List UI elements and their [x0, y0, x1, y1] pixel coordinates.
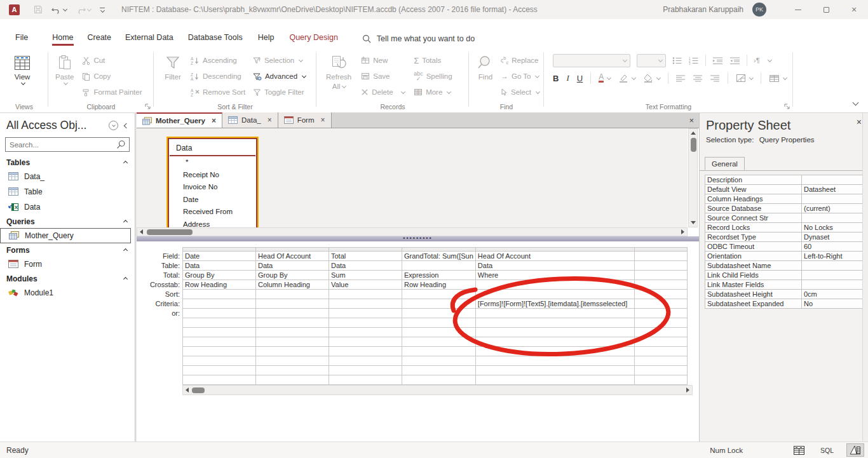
align-right-icon[interactable]: [710, 75, 720, 82]
grid-cell[interactable]: [475, 309, 634, 318]
grid-cell[interactable]: [634, 271, 687, 280]
search-input[interactable]: [6, 141, 116, 149]
alternate-row-chevron[interactable]: [783, 75, 787, 79]
grid-cell[interactable]: [634, 328, 687, 337]
maximize-button[interactable]: [812, 0, 840, 19]
save-record-button[interactable]: Save: [361, 71, 414, 82]
property-value[interactable]: No: [802, 299, 864, 309]
tab-query-design[interactable]: Query Design: [289, 27, 337, 50]
italic-button[interactable]: I: [566, 73, 569, 83]
grid-cell[interactable]: [256, 366, 329, 375]
grid-cell[interactable]: [402, 366, 476, 375]
grid-cell[interactable]: [256, 328, 329, 337]
minimize-button[interactable]: [784, 0, 812, 19]
grid-cell[interactable]: Expression: [402, 271, 476, 280]
highlight-color-chevron[interactable]: [632, 75, 636, 79]
close-active-object-button[interactable]: ×: [689, 116, 694, 125]
grid-cell[interactable]: [634, 299, 687, 309]
grid-cell[interactable]: [329, 328, 402, 337]
remove-sort-button[interactable]: AZ Remove Sort: [191, 86, 253, 98]
grid-cell[interactable]: [475, 337, 634, 347]
upper-pane-vscrollbar[interactable]: [688, 128, 698, 227]
grid-cell[interactable]: Date: [183, 252, 256, 261]
scroll-right-arrow[interactable]: [681, 229, 684, 234]
grid-cell[interactable]: [329, 356, 402, 366]
grid-cell[interactable]: [256, 290, 329, 299]
property-value[interactable]: Dynaset: [802, 232, 864, 242]
gridlines-chevron[interactable]: [749, 75, 754, 79]
more-dropdown-chevron[interactable]: [447, 89, 451, 93]
grid-cell[interactable]: [183, 347, 256, 356]
grid-cell[interactable]: [475, 290, 634, 299]
grid-cell[interactable]: [402, 356, 476, 366]
grid-cell[interactable]: [634, 318, 687, 328]
field-list-item[interactable]: Invoice No: [169, 181, 256, 194]
advanced-dropdown-chevron[interactable]: [302, 73, 306, 77]
text-formatting-dialog-launcher[interactable]: [784, 104, 790, 110]
ascending-button[interactable]: AZ Ascending: [191, 55, 253, 66]
collapse-section-icon[interactable]: [123, 248, 128, 252]
doc-tab-form[interactable]: Form ×: [278, 112, 332, 128]
background-color-chevron[interactable]: [656, 75, 661, 79]
font-color-chevron[interactable]: [607, 75, 611, 79]
vscroll-thumb[interactable]: [691, 138, 696, 152]
user-name[interactable]: Prabhakaran Karuppaih: [663, 5, 743, 14]
field-list-item[interactable]: Receipt No: [169, 169, 256, 182]
doc-tab-mother-query[interactable]: Mother_Query ×: [137, 112, 222, 128]
grid-cell[interactable]: [475, 318, 634, 328]
highlight-color-icon[interactable]: [618, 74, 628, 83]
grid-cell[interactable]: [475, 356, 634, 366]
grid-cell[interactable]: [183, 318, 256, 328]
grid-cell[interactable]: [183, 337, 256, 347]
close-tab-icon[interactable]: ×: [268, 116, 272, 125]
grid-cell[interactable]: Data: [256, 261, 329, 271]
grid-cell[interactable]: [402, 318, 476, 328]
property-value[interactable]: [802, 194, 864, 204]
property-value[interactable]: Datasheet: [802, 185, 864, 194]
nav-item-data-linked[interactable]: X Data: [0, 199, 135, 215]
font-size-combo[interactable]: [637, 54, 666, 67]
increase-indent-icon[interactable]: [729, 57, 740, 65]
grid-cell[interactable]: [329, 366, 402, 375]
grid-cell[interactable]: Group By: [256, 271, 329, 280]
select-button[interactable]: Select: [501, 86, 539, 98]
bold-button[interactable]: B: [553, 74, 559, 83]
property-sheet-close-icon[interactable]: ×: [857, 117, 862, 127]
toggle-filter-button[interactable]: Toggle Filter: [253, 86, 314, 98]
close-button[interactable]: ×: [840, 0, 868, 19]
grid-cell[interactable]: Row Heading: [402, 280, 476, 290]
clipboard-dialog-launcher[interactable]: [145, 104, 151, 110]
copy-button[interactable]: Copy: [82, 71, 142, 82]
paragraph-marks-icon[interactable]: ›¶: [754, 57, 760, 64]
bullets-icon[interactable]: [672, 57, 682, 65]
collapse-section-icon[interactable]: [123, 160, 128, 165]
grid-cell[interactable]: Data: [475, 261, 634, 271]
grid-cell[interactable]: [329, 299, 402, 309]
paste-button[interactable]: Paste: [51, 53, 78, 86]
grid-cell[interactable]: Value: [329, 280, 402, 290]
redo-button[interactable]: [76, 6, 91, 14]
grid-cell[interactable]: [402, 375, 476, 385]
grid-cell[interactable]: GrandTotal: Sum([Sun: [402, 252, 476, 261]
grid-cell[interactable]: [402, 299, 476, 309]
font-color-button[interactable]: A: [599, 74, 604, 83]
format-painter-button[interactable]: Format Painter: [82, 86, 142, 98]
paste-dropdown-chevron[interactable]: [64, 81, 68, 85]
property-value[interactable]: 0cm: [802, 290, 864, 299]
grid-cell[interactable]: [329, 347, 402, 356]
property-sheet-scrollbar[interactable]: [862, 113, 868, 441]
go-to-dropdown-chevron[interactable]: [535, 73, 539, 77]
grid-cell[interactable]: [256, 309, 329, 318]
grid-cell[interactable]: [256, 375, 329, 385]
delete-dropdown-chevron[interactable]: [400, 89, 405, 93]
grid-cell[interactable]: [256, 356, 329, 366]
filter-button[interactable]: Filter: [160, 53, 186, 83]
background-color-icon[interactable]: [643, 74, 653, 83]
grid-cell[interactable]: Head Of Account: [256, 252, 329, 261]
grid-cell[interactable]: [183, 356, 256, 366]
replace-button[interactable]: ςbc Replace: [501, 55, 539, 66]
nav-item-form[interactable]: Form: [0, 257, 135, 272]
grid-cell[interactable]: [183, 328, 256, 337]
scroll-down-arrow[interactable]: [691, 221, 696, 224]
selection-dropdown-chevron[interactable]: [299, 57, 303, 62]
